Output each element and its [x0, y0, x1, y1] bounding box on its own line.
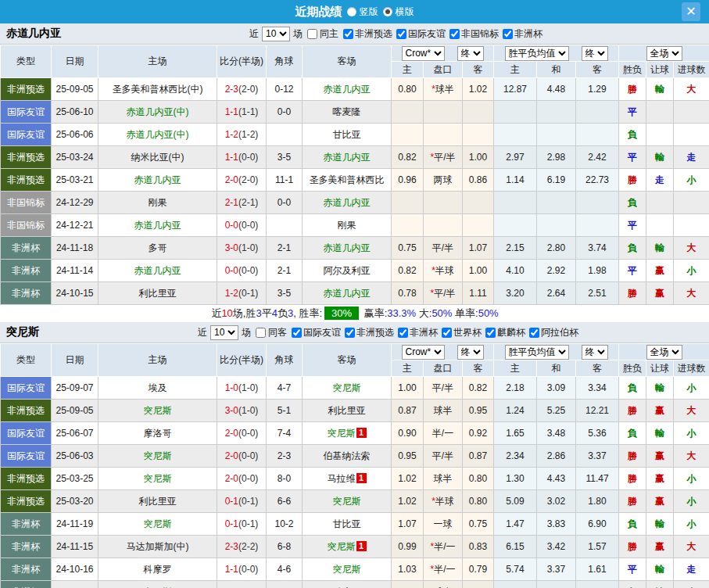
league-checkbox[interactable]	[396, 29, 406, 39]
handicap-cell: 一球	[424, 513, 463, 536]
away-team-cell: 马拉维1	[303, 468, 392, 490]
avg-away-cell	[576, 192, 619, 214]
scope-select[interactable]: 全场	[646, 345, 682, 360]
avg-group-header: 胜平负均值终	[494, 344, 619, 360]
result-cell: 勝	[619, 78, 646, 101]
away-odds-cell: 1.00	[463, 260, 494, 282]
final-select[interactable]: 终	[582, 345, 608, 360]
home-odds-cell: 0.80	[392, 78, 424, 101]
scope-select[interactable]: 全场	[646, 46, 682, 61]
radio-horizontal-layout[interactable]: 横版	[383, 5, 414, 19]
summary-part: 10	[221, 307, 232, 319]
home-odds-cell	[392, 124, 424, 146]
score-cell: 2-3(2-0)	[217, 78, 267, 101]
league-checkbox[interactable]	[442, 328, 452, 338]
goals-result-cell: 大	[674, 237, 709, 260]
close-icon[interactable]: ✕	[682, 2, 700, 21]
final-select[interactable]: 终	[582, 46, 608, 61]
avg-home-cell: 3.20	[494, 282, 537, 305]
league-checkbox[interactable]	[503, 29, 513, 39]
result-cell: 勝	[619, 468, 646, 490]
bookmaker-select[interactable]: Crow*	[402, 345, 445, 360]
away-team-cell: 刚果	[303, 214, 392, 237]
result-cell: 勝	[619, 445, 646, 468]
scope-group-header: 全场	[619, 45, 709, 62]
same-venue-checkbox[interactable]	[307, 29, 317, 39]
full-score: 2-1	[225, 197, 238, 208]
col-header-result: 胜负	[619, 360, 646, 377]
away-odds-cell: 0.86	[463, 169, 494, 192]
home-odds-cell: 1.02	[392, 468, 424, 490]
league-label: 阿拉伯杯	[541, 326, 578, 339]
home-team-cell: 埃及	[98, 377, 217, 400]
table-row: 非国锦标24-12-21赤道几内亚0-0(0-0)刚果平	[1, 214, 709, 237]
date-cell: 25-06-07	[52, 422, 98, 445]
score-cell: 2-3(2-2)	[217, 536, 267, 558]
league-checkbox[interactable]	[449, 29, 460, 39]
away-team-cell: 伯基纳法索	[303, 445, 392, 468]
league-checkbox[interactable]	[485, 328, 496, 338]
date-cell: 24-11-14	[52, 260, 98, 282]
match-count-select[interactable]: 10	[262, 27, 290, 41]
home-team-cell: 赤道几内亚	[98, 214, 217, 237]
league-checkbox[interactable]	[398, 328, 408, 338]
date-cell: 25-03-20	[52, 490, 98, 513]
score-cell: 2-1(2-1)	[217, 192, 267, 214]
handicap-cell: 半/一	[424, 422, 463, 445]
half-score: (1-2)	[238, 129, 258, 140]
avg-draw-cell	[537, 214, 576, 237]
half-score: (1-0)	[238, 242, 258, 253]
avg-draw-cell: 3.83	[537, 513, 576, 536]
handicap-result-cell: 赢	[646, 400, 674, 422]
summary-part: 负	[278, 307, 288, 319]
goals-result-cell: 大	[674, 536, 709, 558]
home-team-cell: 利比里亚	[98, 490, 217, 513]
col-header-score: 比分(半场)	[217, 344, 267, 377]
radio-vertical-layout[interactable]: 竖版	[347, 5, 378, 19]
match-count-select[interactable]: 10	[210, 325, 238, 340]
type-badge: 非洲杯	[1, 282, 52, 305]
avg-select[interactable]: 胜平负均值	[505, 345, 569, 360]
handicap-result-cell: 赢	[646, 282, 674, 305]
home-odds-cell: 1.00	[392, 377, 424, 400]
full-score: 1-0	[225, 382, 238, 393]
bookmaker-select[interactable]: Crow*	[402, 46, 445, 61]
type-badge: 国际友谊	[1, 377, 52, 400]
avg-away-cell	[576, 214, 619, 237]
result-cell: 平	[619, 260, 646, 282]
type-badge: 非国锦标	[1, 214, 52, 237]
league-checkbox[interactable]	[343, 29, 353, 39]
avg-draw-cell	[537, 124, 576, 146]
home-odds-cell: 1.02	[392, 490, 424, 513]
date-cell: 25-09-05	[52, 400, 98, 422]
home-odds-cell: 0.82	[392, 260, 424, 282]
avg-select[interactable]: 胜平负均值	[505, 46, 569, 61]
avg-draw-cell: 2.80	[537, 237, 576, 260]
away-odds-cell	[463, 101, 494, 124]
same-venue-checkbox[interactable]	[256, 328, 266, 338]
col-header-avg-home: 主	[494, 360, 537, 377]
avg-away-cell: 12.21	[576, 400, 619, 422]
final-select[interactable]: 终	[457, 46, 484, 61]
table-row: 非洲杯24-11-18多哥3-0(1-0)2-1赤道几内亚0.75平/半1.07…	[1, 237, 709, 260]
avg-draw-cell: 4.43	[537, 468, 576, 490]
league-checkbox[interactable]	[345, 328, 355, 338]
date-cell: 24-11-18	[52, 237, 98, 260]
final-select[interactable]: 终	[457, 345, 484, 360]
result-cell: 勝	[619, 169, 646, 192]
near-label: 近	[198, 326, 207, 339]
home-team-name: 赤道几内亚	[134, 174, 181, 185]
avg-away-cell: 1.61	[576, 558, 619, 581]
handicap-cell: *半球	[424, 490, 463, 513]
league-checkbox[interactable]	[529, 328, 539, 338]
type-badge: 国际友谊	[1, 124, 52, 146]
result-cell: 負	[619, 581, 646, 588]
home-team-cell: 摩洛哥	[98, 422, 217, 445]
avg-draw-cell: 3.42	[537, 536, 576, 558]
avg-home-cell	[494, 101, 537, 124]
goals-result-cell: 大	[674, 445, 709, 468]
score-cell: 2-0(0-0)	[217, 468, 267, 490]
league-checkbox[interactable]	[292, 328, 302, 338]
full-score: 3-0	[225, 405, 238, 416]
full-score: 2-0	[225, 428, 238, 439]
